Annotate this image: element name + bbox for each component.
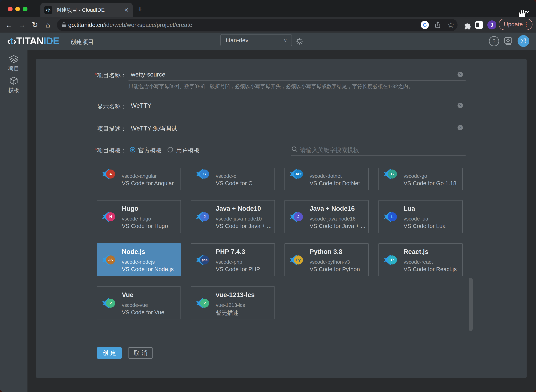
tab-title: 创建项目 - CloudIDE	[56, 6, 105, 14]
help-icon[interactable]: ?	[489, 33, 499, 50]
input-underline	[129, 111, 466, 111]
template-card[interactable]: C vscode-c VS Code for C	[191, 168, 275, 190]
back-icon[interactable]: ←	[4, 17, 14, 33]
vscode-hugo-icon: H	[102, 210, 115, 223]
template-card[interactable]: L Lua vscode-lua VS Code for Lua	[378, 200, 463, 233]
vue-1213-lcs-icon: V	[196, 297, 209, 310]
tab-close-icon[interactable]: ✕	[124, 7, 129, 13]
template-card-clip: A vscode-angular VS Code for Angular	[97, 168, 181, 190]
browser-tab[interactable]: ‹t› 创建项目 - CloudIDE ✕	[40, 3, 133, 17]
workspace-select[interactable]: titan-dev ∨	[220, 34, 292, 46]
update-button[interactable]: Update ⋮	[499, 19, 532, 30]
scrollbar-thumb[interactable]	[469, 278, 473, 331]
template-card[interactable]: H Hugo vscode-hugo VS Code for Hugo	[97, 200, 181, 233]
input-underline	[129, 133, 466, 133]
template-card[interactable]: V vue-1213-lcs vue-1213-lcs 暂无描述	[191, 286, 275, 319]
project-desc-input[interactable]: WeTTY 源码调试	[131, 124, 177, 133]
vscode-c-icon: C	[196, 168, 209, 181]
sidebar: 项目 模板	[0, 50, 28, 392]
new-tab-button[interactable]: +	[137, 4, 143, 13]
settings-gear-icon[interactable]	[294, 33, 305, 50]
project-name-label: 项目名称：	[65, 71, 126, 79]
vscode-java-node16-icon: J	[290, 210, 303, 223]
browser-window: ‹t› 创建项目 - CloudIDE ✕ + ⌄ ← → ↻ ⌂ go.tit…	[0, 0, 536, 392]
vscode-lua-icon: L	[384, 210, 397, 223]
menu-dots-icon: ⋮	[523, 21, 529, 28]
clear-input-icon[interactable]: ✕	[457, 72, 463, 77]
lock-icon	[61, 22, 67, 28]
sidebar-item-projects[interactable]: 项目	[0, 55, 28, 72]
display-name-input[interactable]: WeTTY	[131, 102, 151, 109]
template-card[interactable]: Py Python 3.8 vscode-python-v3 VS Code f…	[284, 243, 369, 276]
titanide-logo: ‹t›TITANIDE	[7, 35, 59, 47]
vscode-php-icon: php	[196, 253, 209, 266]
project-template-label: 项目模板：	[65, 147, 126, 155]
user-avatar[interactable]: 邓	[517, 35, 529, 47]
template-card[interactable]: V Vue vscode-vue VS Code for Vue	[97, 286, 181, 319]
template-card-clip: G vscode-go VS Code for Go 1.18	[378, 168, 463, 190]
tab-strip: ‹t› 创建项目 - CloudIDE ✕ + ⌄	[0, 0, 536, 17]
app-header: ‹t›TITANIDE 创建项目 titan-dev ∨ ? 邓	[0, 33, 536, 50]
project-name-hint: 只能包含小写字母[a-z]、数字[0-9]、破折号[-]，必须以小写字母开头，必…	[129, 83, 413, 90]
project-desc-label: 项目描述：	[65, 125, 126, 133]
clear-input-icon[interactable]: ✕	[457, 125, 463, 130]
bookmark-star-icon[interactable]: ☆	[447, 19, 454, 31]
vscode-nodejs-icon: JS	[102, 253, 115, 266]
template-card-clip: C vscode-c VS Code for C	[191, 168, 275, 190]
google-icon[interactable]: G	[421, 19, 429, 31]
clear-input-icon[interactable]: ✕	[457, 103, 463, 108]
vscode-java-node10-icon: J	[196, 210, 209, 223]
traffic-close-button[interactable]	[8, 7, 13, 11]
template-card[interactable]: J Java + Node16 vscode-java-node16 VS Co…	[284, 200, 369, 233]
create-project-panel: * 项目名称： wetty-source ✕ 只能包含小写字母[a-z]、数字[…	[36, 59, 527, 378]
radio-user-template[interactable]	[168, 147, 173, 152]
vscode-dotnet-icon: .NET	[290, 168, 303, 181]
template-card[interactable]: .NET vscode-dotnet VS Code for DotNet	[284, 168, 369, 190]
site-favicon: ‹t›	[44, 6, 52, 14]
vscode-go-icon: G	[384, 168, 397, 181]
vscode-vue-icon: V	[102, 297, 115, 310]
project-name-input[interactable]: wetty-source	[131, 71, 165, 78]
share-icon[interactable]	[434, 19, 441, 31]
radio-official-label[interactable]: 官方模板	[138, 147, 162, 155]
search-icon	[291, 146, 298, 153]
display-name-label: 显示名称：	[65, 103, 126, 111]
layers-icon	[9, 55, 18, 63]
radio-user-label[interactable]: 用户模板	[176, 147, 200, 155]
sidepanel-icon[interactable]	[475, 21, 483, 29]
forward-icon[interactable]: →	[16, 17, 28, 33]
search-underline	[291, 155, 466, 156]
vscode-angular-icon: A	[102, 168, 115, 181]
create-button[interactable]: 创建	[97, 347, 122, 359]
template-card-clip: .NET vscode-dotnet VS Code for DotNet	[284, 168, 369, 190]
template-card[interactable]: php PHP 7.4.3 vscode-php VS Code for PHP	[191, 243, 275, 276]
vscode-python-icon: Py	[290, 253, 303, 266]
cancel-button[interactable]: 取消	[128, 347, 153, 359]
template-card-selected[interactable]: JS Node.js vscode-nodejs VS Code for Nod…	[97, 243, 181, 276]
console-settings-icon[interactable]	[502, 33, 514, 50]
address-bar[interactable]: go.titanide.cn/ide/web/workspace/project…	[57, 19, 457, 31]
browser-toolbar: ← → ↻ ⌂ go.titanide.cn/ide/web/workspace…	[0, 17, 536, 33]
cube-icon	[9, 77, 18, 85]
url-text: go.titanide.cn/ide/web/workspace/project…	[68, 22, 192, 28]
input-underline	[129, 80, 466, 81]
sidebar-item-templates[interactable]: 模板	[0, 77, 28, 94]
vscode-react-icon: R	[384, 253, 397, 266]
extensions-puzzle-icon[interactable]	[463, 21, 471, 29]
traffic-minimize-button[interactable]	[15, 7, 20, 11]
template-card[interactable]: G vscode-go VS Code for Go 1.18	[378, 168, 463, 190]
template-card[interactable]: R React.js vscode-react VS Code for Reac…	[378, 243, 463, 276]
home-icon[interactable]: ⌂	[42, 17, 53, 33]
traffic-zoom-button[interactable]	[23, 7, 28, 11]
page-title: 创建项目	[70, 38, 94, 46]
radio-official-template[interactable]	[130, 147, 135, 152]
template-card[interactable]: A vscode-angular VS Code for Angular	[97, 168, 181, 190]
browser-profile-avatar[interactable]: J	[487, 20, 496, 29]
chevron-down-icon: ∨	[284, 37, 287, 43]
template-search-input[interactable]: 请输入关键字搜索模板	[300, 146, 359, 154]
template-card[interactable]: J Java + Node10 vscode-java-node10 VS Co…	[191, 200, 275, 233]
reload-icon[interactable]: ↻	[29, 17, 40, 33]
